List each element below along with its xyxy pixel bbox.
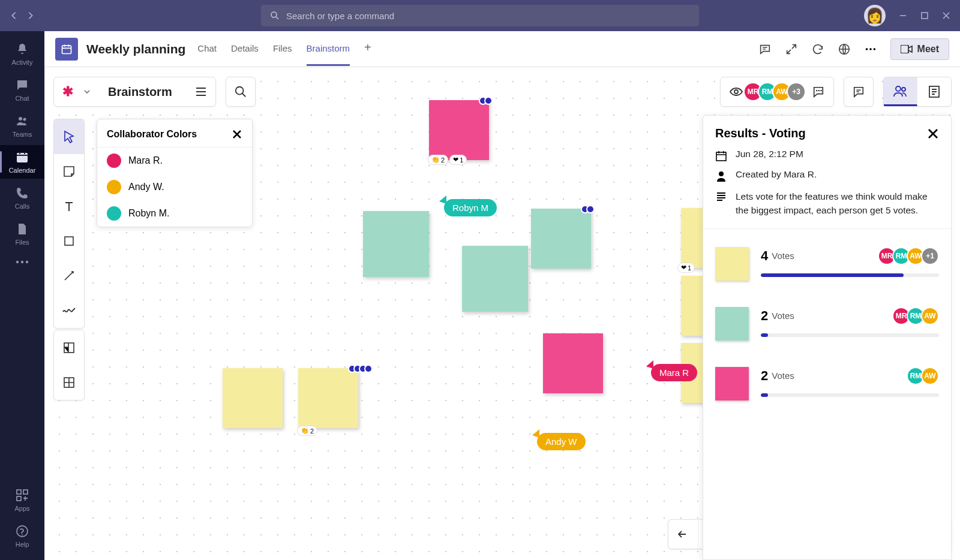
sticky-note[interactable] — [543, 333, 603, 393]
chevron-down-icon[interactable] — [84, 90, 90, 94]
tool-line[interactable] — [54, 258, 84, 293]
tool-draw[interactable] — [54, 293, 84, 328]
svg-rect-17 — [901, 45, 908, 53]
sticky-note[interactable] — [363, 211, 429, 277]
notes-tab[interactable] — [917, 77, 951, 106]
presence-more[interactable]: +3 — [787, 82, 806, 101]
svg-point-18 — [235, 87, 243, 95]
vote-label: Votes — [772, 371, 794, 381]
tool-frame[interactable] — [54, 330, 84, 365]
presence-box[interactable]: MRRMAW+3 — [720, 77, 834, 107]
close-icon[interactable] — [927, 128, 939, 140]
rail-activity[interactable]: Activity — [0, 37, 44, 71]
tool-select[interactable] — [54, 119, 84, 154]
description-icon — [715, 191, 727, 203]
vote-swatch — [715, 307, 749, 341]
refresh-icon[interactable] — [811, 43, 824, 56]
search-input[interactable]: Search or type a command — [261, 5, 699, 26]
tab-details[interactable]: Details — [231, 32, 259, 66]
meet-label: Meet — [917, 44, 939, 55]
svg-point-16 — [873, 48, 875, 50]
rail-help[interactable]: Help — [0, 519, 44, 553]
svg-rect-4 — [17, 153, 28, 162]
vote-result-row[interactable]: 2 Votes MRRMAW — [715, 296, 939, 356]
sticky-note[interactable] — [531, 209, 591, 269]
reaction-badges[interactable]: ❤1 — [677, 263, 695, 273]
close-icon[interactable] — [232, 129, 242, 140]
undo-button[interactable] — [668, 519, 698, 549]
svg-point-20 — [816, 90, 817, 91]
tool-shape[interactable] — [54, 224, 84, 258]
rail-label: Chat — [15, 95, 29, 102]
tab-add[interactable]: + — [364, 32, 371, 66]
reaction-badges[interactable]: 👏2 — [297, 426, 317, 436]
sticky-note[interactable] — [223, 368, 283, 428]
tool-text[interactable] — [54, 189, 84, 224]
more-icon — [16, 260, 29, 264]
vote-count: 4 — [761, 248, 768, 264]
svg-point-15 — [869, 48, 872, 50]
channel-header: Weekly planning Chat Details Files Brain… — [44, 31, 960, 67]
expand-icon[interactable] — [785, 43, 798, 56]
tool-grid[interactable] — [54, 365, 84, 400]
more-icon[interactable] — [864, 43, 877, 56]
eye-icon — [729, 87, 743, 97]
collaborator-row[interactable]: Robyn M. — [97, 200, 252, 227]
globe-icon[interactable] — [838, 43, 851, 56]
sticky-note[interactable] — [429, 100, 489, 160]
rail-label: Apps — [14, 505, 29, 512]
maximize-icon[interactable] — [920, 11, 929, 20]
tab-chat[interactable]: Chat — [197, 32, 217, 66]
calendar-icon — [15, 150, 29, 164]
svg-point-24 — [902, 88, 905, 91]
vote-result-row[interactable]: 4 Votes MRRMAW+1 — [715, 236, 939, 296]
app-rail: Activity Chat Teams Calendar Calls Files — [0, 31, 44, 560]
rail-calendar[interactable]: Calendar — [0, 145, 44, 179]
meet-button[interactable]: Meet — [890, 38, 949, 60]
rail-files[interactable]: Files — [0, 217, 44, 251]
file-icon — [15, 222, 29, 236]
channel-title: Weekly planning — [86, 42, 185, 56]
reaction-badges[interactable]: 👏2❤1 — [428, 155, 467, 165]
collaborator-row[interactable]: Andy W. — [97, 174, 252, 200]
rail-teams[interactable]: Teams — [0, 109, 44, 143]
rail-calls[interactable]: Calls — [0, 181, 44, 215]
svg-point-6 — [21, 261, 23, 263]
search-icon — [269, 10, 280, 21]
sticky-note[interactable] — [462, 246, 528, 312]
rail-apps[interactable]: Apps — [0, 483, 44, 517]
color-swatch — [107, 180, 121, 194]
people-tab[interactable] — [884, 77, 917, 106]
rail-chat[interactable]: Chat — [0, 73, 44, 107]
minimize-icon[interactable] — [899, 11, 907, 20]
vote-indicators — [351, 365, 373, 373]
board-title-box[interactable]: ✱ Brainstorm — [53, 77, 216, 107]
nav-back-icon[interactable] — [10, 11, 18, 20]
svg-rect-12 — [62, 46, 71, 53]
chat-icon — [15, 78, 29, 92]
whiteboard-canvas[interactable]: ✱ Brainstorm MRRMAW+3 — [44, 67, 960, 560]
conversation-icon[interactable] — [758, 43, 772, 56]
tab-files[interactable]: Files — [273, 32, 292, 66]
svg-point-5 — [16, 261, 19, 263]
chat-panel-button[interactable] — [844, 77, 874, 107]
collaborator-colors-panel: Collaborator Colors Mara R.Andy W.Robyn … — [97, 119, 253, 227]
sticky-note[interactable] — [298, 368, 358, 428]
tool-sticky[interactable] — [54, 154, 84, 189]
close-icon[interactable] — [942, 11, 950, 20]
collaborator-row[interactable]: Mara R. — [97, 147, 252, 174]
tab-brainstorm[interactable]: Brainstorm — [307, 32, 350, 66]
vote-result-row[interactable]: 2 Votes RMAW — [715, 356, 939, 416]
user-avatar[interactable]: 👩 — [864, 5, 886, 26]
rail-more[interactable] — [0, 253, 44, 271]
rail-label: Activity — [12, 59, 33, 66]
menu-icon[interactable] — [195, 87, 207, 97]
vote-bar — [761, 393, 939, 397]
board-search-button[interactable] — [226, 77, 256, 107]
svg-rect-10 — [17, 496, 21, 501]
comment-icon — [812, 86, 825, 98]
vote-bar — [761, 333, 939, 337]
vote-label: Votes — [772, 251, 794, 261]
results-creator: Created by Mara R. — [736, 169, 817, 180]
nav-forward-icon[interactable] — [26, 11, 35, 20]
